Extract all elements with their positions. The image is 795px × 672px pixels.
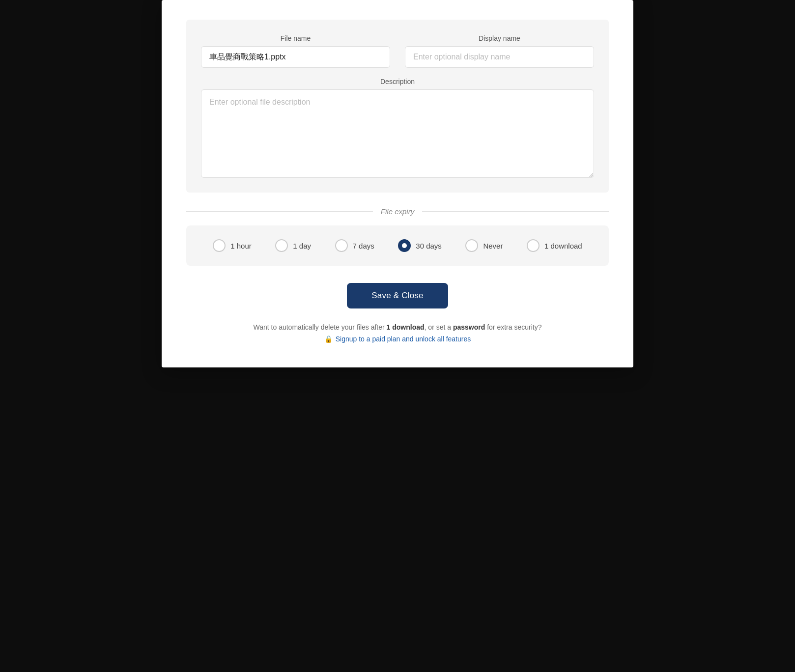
promo-section: Want to automatically delete your files … — [186, 323, 609, 343]
radio-1day[interactable] — [275, 239, 288, 252]
radio-1download[interactable] — [527, 239, 539, 252]
expiry-options-container: 1 hour 1 day 7 days 30 days — [186, 225, 609, 266]
file-name-input[interactable] — [201, 46, 390, 68]
expiry-label-never: Never — [483, 242, 503, 250]
radio-7days[interactable] — [335, 239, 348, 252]
expiry-label-1day: 1 day — [293, 242, 311, 250]
description-textarea[interactable] — [201, 89, 594, 178]
expiry-label-1hour: 1 hour — [230, 242, 252, 250]
expiry-option-1hour[interactable]: 1 hour — [213, 239, 252, 252]
promo-link-text: Signup to a paid plan and unlock all fea… — [336, 335, 471, 343]
promo-bold-1download: 1 download — [387, 323, 425, 331]
expiry-option-1day[interactable]: 1 day — [275, 239, 311, 252]
display-name-input[interactable] — [405, 46, 594, 68]
file-expiry-divider: File expiry — [186, 207, 609, 216]
file-name-label: File name — [201, 34, 390, 42]
radio-30days[interactable] — [398, 239, 411, 252]
expiry-option-1download[interactable]: 1 download — [527, 239, 582, 252]
expiry-option-7days[interactable]: 7 days — [335, 239, 374, 252]
radio-never[interactable] — [465, 239, 478, 252]
display-name-group: Display name — [405, 34, 594, 68]
file-expiry-label: File expiry — [381, 207, 414, 216]
radio-1hour[interactable] — [213, 239, 226, 252]
promo-text-before: Want to automatically delete your files … — [254, 323, 387, 331]
description-group: Description — [201, 78, 594, 178]
expiry-option-never[interactable]: Never — [465, 239, 503, 252]
promo-text-middle: , or set a — [425, 323, 453, 331]
expiry-label-30days: 30 days — [416, 242, 442, 250]
promo-bold-password: password — [453, 323, 485, 331]
promo-text-after: for extra security? — [485, 323, 541, 331]
modal-overlay: File name Display name Description File … — [0, 0, 795, 672]
description-label: Description — [201, 78, 594, 85]
expiry-option-30days[interactable]: 30 days — [398, 239, 442, 252]
display-name-label: Display name — [405, 34, 594, 42]
expiry-label-1download: 1 download — [544, 242, 582, 250]
expiry-label-7days: 7 days — [353, 242, 374, 250]
name-fields-row: File name Display name — [201, 34, 594, 68]
save-close-container: Save & Close — [186, 283, 609, 308]
modal-dialog: File name Display name Description File … — [162, 0, 633, 367]
save-close-button[interactable]: Save & Close — [347, 283, 448, 308]
promo-text: Want to automatically delete your files … — [186, 323, 609, 331]
file-details-section: File name Display name Description — [186, 20, 609, 193]
promo-signup-link[interactable]: 🔒 Signup to a paid plan and unlock all f… — [186, 335, 609, 343]
lock-icon: 🔒 — [324, 335, 333, 343]
file-expiry-section: File expiry 1 hour 1 day 7 days — [186, 207, 609, 266]
file-name-group: File name — [201, 34, 390, 68]
